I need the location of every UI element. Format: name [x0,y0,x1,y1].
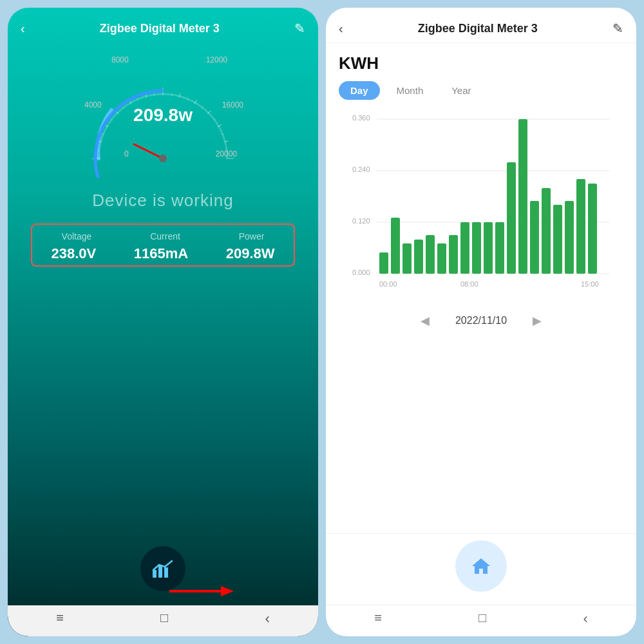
gauge-label-20000: 20000 [216,149,237,158]
tab-bar: Day Month Year [326,79,636,108]
svg-rect-51 [484,222,493,274]
svg-rect-58 [565,201,574,274]
right-arrow [169,582,234,601]
svg-rect-48 [449,235,458,274]
home-icon-right[interactable]: □ [478,611,486,627]
device-status: Device is working [92,191,233,211]
current-value: 1165mA [134,245,188,262]
gauge-container: 8000 12000 4000 16000 0 20000 209.8w [79,49,247,178]
gauge-label-12000: 12000 [206,55,227,64]
power-label: Power [239,231,265,242]
system-nav-left: ≡ □ ‹ [8,605,318,636]
gauge-label-0: 0 [124,149,129,158]
svg-rect-52 [495,222,504,274]
home-icon-left[interactable]: □ [160,611,168,627]
system-nav-right: ≡ □ ‹ [326,605,636,636]
stats-labels: Voltage Current Power [32,231,294,242]
svg-rect-60 [588,184,597,274]
svg-rect-49 [460,222,469,274]
bar-chart: 0.360 0.240 0.120 0.000 [336,108,626,306]
edit-icon-left[interactable]: ✎ [294,21,305,36]
svg-rect-53 [507,162,516,274]
power-value: 209.8W [226,245,275,262]
home-button[interactable] [455,540,507,592]
current-label: Current [150,231,180,242]
voltage-value: 238.0V [51,245,96,262]
bottom-nav-right [326,533,636,605]
svg-text:00:00: 00:00 [379,280,397,288]
right-title: Zigbee Digital Meter 3 [343,22,612,35]
home-icon [468,553,494,579]
next-date-button[interactable]: ▶ [533,314,542,328]
svg-marker-33 [221,586,234,596]
voltage-label: Voltage [62,231,92,242]
back-icon-right[interactable]: ‹ [339,21,343,36]
edit-icon-right[interactable]: ✎ [612,21,623,36]
gauge-label-4000: 4000 [84,100,102,109]
svg-text:08:00: 08:00 [460,280,478,288]
gauge-label-16000: 16000 [222,100,243,109]
tab-day[interactable]: Day [339,81,380,100]
svg-rect-46 [426,235,435,274]
gauge-value: 209.8w [133,105,193,126]
left-title: Zigbee Digital Meter 3 [25,22,294,35]
svg-rect-47 [437,243,446,274]
svg-text:0.120: 0.120 [352,217,370,225]
svg-rect-42 [379,252,388,274]
tab-month[interactable]: Month [385,81,435,100]
current-date: 2022/11/10 [455,315,507,327]
back-nav-right[interactable]: ‹ [583,611,588,627]
kwh-title: KWH [326,43,636,79]
date-nav: ◀ 2022/11/10 ▶ [326,306,636,336]
chart-area: 0.360 0.240 0.120 0.000 [326,108,636,306]
prev-date-button[interactable]: ◀ [421,314,430,328]
tab-year[interactable]: Year [440,81,482,100]
chart-icon [150,556,176,582]
svg-text:0.000: 0.000 [352,269,370,276]
svg-rect-56 [542,188,551,274]
right-header: ‹ Zigbee Digital Meter 3 ✎ [326,8,636,43]
right-panel: ‹ Zigbee Digital Meter 3 ✎ KWH Day Month… [326,8,636,636]
svg-rect-44 [402,243,412,274]
svg-rect-45 [414,240,423,274]
svg-text:0.360: 0.360 [352,114,370,122]
svg-rect-29 [153,570,156,578]
svg-rect-54 [518,119,527,274]
svg-rect-59 [576,179,585,274]
svg-rect-43 [391,218,400,274]
svg-rect-50 [472,222,481,274]
left-header: ‹ Zigbee Digital Meter 3 ✎ [8,8,318,43]
left-panel: ‹ Zigbee Digital Meter 3 ✎ [8,8,318,636]
svg-text:0.240: 0.240 [352,166,370,173]
svg-text:15:00: 15:00 [581,280,599,288]
svg-rect-57 [553,205,562,274]
stats-box: Voltage Current Power 238.0V 1165mA 209.… [31,223,295,267]
gauge-label-8000: 8000 [111,55,129,64]
menu-icon-left[interactable]: ≡ [56,611,64,627]
svg-rect-30 [158,565,162,578]
svg-rect-31 [164,567,168,578]
stats-values: 238.0V 1165mA 209.8W [32,245,294,262]
menu-icon-right[interactable]: ≡ [374,611,382,627]
back-icon-left[interactable]: ‹ [21,21,25,36]
svg-rect-55 [530,201,539,274]
back-nav-left[interactable]: ‹ [265,611,270,627]
